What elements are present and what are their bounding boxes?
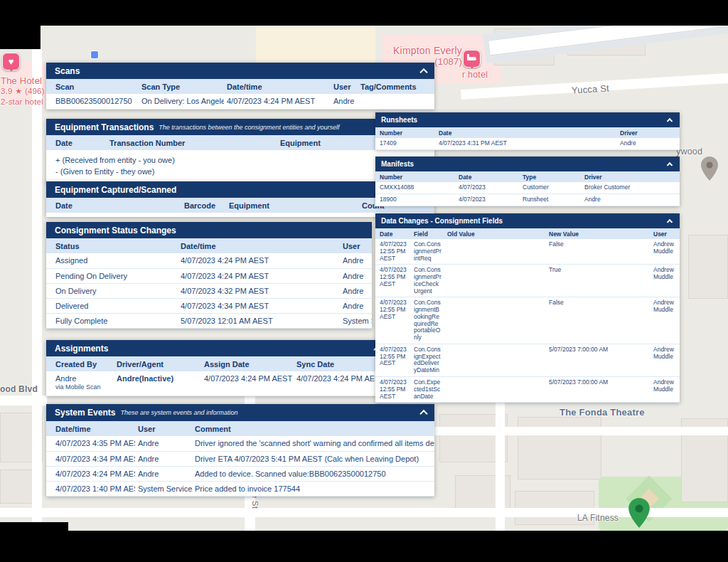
area-label-hollywood: ywood [676, 147, 702, 157]
panel-subtitle: The transactions between the consignment… [159, 124, 339, 131]
panel-title: Data Changes - Consignment Fields [381, 217, 503, 225]
col-header-comment: Comment [192, 421, 434, 436]
col-header-equipment: Equipment [226, 198, 359, 213]
collapse-chevron-icon[interactable] [419, 410, 427, 418]
table-row[interactable]: 4/07/2023 12:55 PM AEST Con.ConsignmentP… [375, 239, 680, 265]
col-header-date: Date [46, 198, 181, 213]
collapse-chevron-icon[interactable] [667, 117, 673, 123]
system-events-panel: System Events These are system events an… [46, 404, 434, 497]
status-changes-header[interactable]: Consignment Status Changes [46, 222, 372, 238]
table-row[interactable]: 17409 4/07/2023 4:31 PM AEST Andre [375, 138, 680, 149]
col-header-date: Date [46, 135, 107, 150]
panel-title: Consignment Status Changes [55, 226, 176, 235]
table-row[interactable]: Assigned 4/07/2023 4:24 PM AEST Andre [46, 253, 372, 268]
panel-title: Equipment Captured/Scanned [55, 185, 176, 195]
runsheets-header[interactable]: Runsheets [375, 112, 680, 127]
manifests-header[interactable]: Manifests [375, 157, 680, 171]
table-row[interactable]: Andre via Mobile Scan Andre(Inactive) 4/… [46, 371, 388, 396]
status-changes-panel: Consignment Status Changes Status Date/t… [46, 222, 372, 329]
poi-pin-gray[interactable] [701, 157, 718, 184]
manifests-panel: Manifests Number Date Type Driver CMXX14… [375, 157, 680, 206]
table-row[interactable]: 4/07/2023 12:55 PM AEST Con.Expected1stS… [375, 377, 680, 403]
panel-title: Scans [55, 66, 80, 76]
col-header-new-value: New Value [546, 228, 651, 239]
road-blvd-stub [0, 396, 47, 405]
scans-panel-header[interactable]: Scans [46, 63, 434, 79]
bed-icon [467, 57, 476, 60]
col-header-driver: Driver [582, 171, 680, 182]
col-header-datetime: Date/time [46, 421, 135, 436]
col-header-old-value: Old Value [444, 228, 546, 239]
table-row[interactable]: 4/07/2023 12:55 PM AEST Con.ConsignmentP… [375, 265, 680, 297]
table-row[interactable]: 18900 4/07/2023 Runsheet Andre [375, 193, 680, 206]
table-row[interactable]: 4/07/2023 12:55 PM AEST Con.ConsignExpec… [375, 344, 680, 376]
created-by-via: via Mobile Scan [55, 383, 111, 391]
table-row[interactable]: BBB00623500012750 On Delivery: Los Angel… [46, 94, 434, 109]
street-label-blvd: ood Blvd [0, 384, 38, 394]
scans-table: Scan Scan Type Date/time User Tag/Commen… [46, 79, 434, 110]
runsheets-table: Number Date Driver 17409 4/07/2023 4:31 … [375, 127, 680, 150]
col-header-tag: Tag/Comments [358, 79, 434, 94]
table-row[interactable]: 4/07/2023 1:40 PM AEST System Service Pr… [46, 481, 434, 496]
road-right-vertical [496, 396, 505, 531]
letterbox-bottom [0, 531, 728, 562]
poi-label-la-fitness[interactable]: LA Fitness [577, 513, 619, 523]
system-events-header[interactable]: System Events These are system events an… [46, 404, 434, 421]
poi-label-fonda-theatre[interactable]: The Fonda Theatre [560, 407, 645, 418]
col-header-sync-date: Sync Date [294, 356, 388, 371]
lodging-bed-pin[interactable] [463, 50, 481, 68]
table-row[interactable]: 4/07/2023 12:55 PM AEST Con.ConsignmentB… [375, 297, 680, 344]
la-fitness-pin[interactable] [628, 498, 650, 531]
table-row[interactable]: Fully Complete 5/07/2023 12:01 AM AEST S… [46, 313, 372, 328]
panel-title: Equipment Transactions [55, 122, 154, 132]
panel-subtitle: These are system events and information [120, 409, 237, 416]
col-header-transaction-number: Transaction Number [107, 135, 277, 150]
map-commercial-area [256, 26, 375, 65]
col-header-created-by: Created By [46, 356, 114, 371]
table-row[interactable]: On Delivery 4/07/2023 4:32 PM AEST Andre [46, 283, 372, 298]
col-header-scan: Scan [46, 79, 139, 94]
created-by-name: Andre [55, 374, 76, 383]
table-row[interactable]: Pending On Delivery 4/07/2023 4:24 PM AE… [46, 268, 372, 283]
panel-title: Assignments [55, 344, 108, 354]
scans-panel: Scans Scan Scan Type Date/time User Tag/… [46, 63, 434, 110]
street-label-yucca: Yucca St [572, 83, 610, 95]
table-row[interactable]: 4/07/2023 4:34 PM AEST Andre Driver ETA … [46, 451, 434, 466]
lodging-heart-pin[interactable]: ♥ [2, 53, 20, 70]
letterbox-top-left-notch [0, 26, 41, 49]
col-header-driver: Driver [617, 127, 680, 138]
col-header-user: User [651, 228, 680, 239]
assignments-panel: Assignments Created By Driver/Agent Assi… [46, 340, 388, 396]
col-header-status: Status [46, 238, 178, 253]
road-bottom [0, 508, 728, 517]
col-header-scan-type: Scan Type [139, 79, 224, 94]
letterbox-top [0, 0, 728, 26]
table-row[interactable]: 4/07/2023 4:24 PM AEST Andre Added to de… [46, 466, 434, 481]
col-header-date: Date [456, 171, 520, 182]
panel-title: Manifests [381, 160, 414, 168]
col-header-number: Number [375, 127, 436, 138]
panel-title: Runsheets [381, 116, 417, 124]
poi-label-the-hotel[interactable]: The Hotel 3.9 ★ (496) 2-star hotel [1, 75, 45, 107]
assignments-table: Created By Driver/Agent Assign Date Sync… [46, 356, 388, 396]
col-header-field: Field [411, 228, 444, 239]
table-row[interactable]: CMXX14088 4/07/2023 Customer Broker Cust… [375, 182, 680, 193]
col-header-datetime: Date/time [178, 238, 340, 253]
col-header-type: Type [520, 171, 582, 182]
manifests-table: Number Date Type Driver CMXX14088 4/07/2… [375, 171, 680, 206]
col-header-assign-date: Assign Date [201, 356, 294, 371]
assignments-header[interactable]: Assignments [46, 340, 388, 356]
collapse-chevron-icon[interactable] [667, 218, 673, 224]
collapse-chevron-icon[interactable] [419, 68, 427, 75]
status-changes-table: Status Date/time User Assigned 4/07/2023… [46, 238, 372, 329]
col-header-user: User [135, 421, 192, 436]
map-building [688, 235, 728, 299]
table-row[interactable]: Delivered 4/07/2023 4:34 PM AEST Andre [46, 298, 372, 313]
table-row[interactable]: 4/07/2023 4:35 PM AEST Andre Driver igno… [46, 436, 434, 451]
data-changes-header[interactable]: Data Changes - Consignment Fields [375, 213, 680, 228]
map-poi-icon[interactable] [90, 51, 99, 59]
road-fonda [434, 427, 728, 435]
col-header-user: User [331, 79, 358, 94]
col-header-datetime: Date/time [224, 79, 331, 94]
collapse-chevron-icon[interactable] [667, 161, 673, 167]
